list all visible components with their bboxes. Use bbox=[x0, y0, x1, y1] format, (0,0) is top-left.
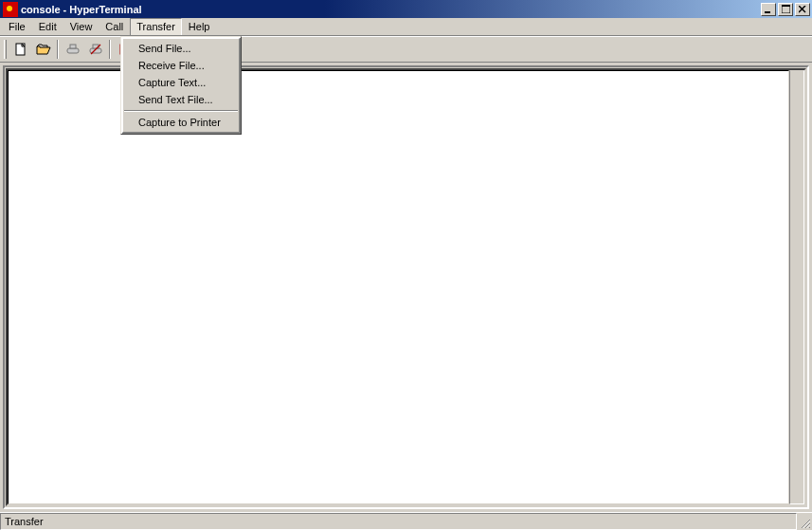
disconnect-icon bbox=[88, 42, 103, 57]
svg-rect-6 bbox=[67, 48, 79, 53]
app-window: console - HyperTerminal File Edit View C… bbox=[0, 0, 812, 530]
title-bar: console - HyperTerminal bbox=[0, 0, 812, 18]
grip-icon bbox=[800, 518, 811, 529]
status-text: Transfer bbox=[0, 513, 797, 530]
new-icon bbox=[13, 42, 28, 57]
vertical-scrollbar[interactable] bbox=[789, 70, 804, 504]
toolbar-new-button[interactable] bbox=[9, 39, 31, 60]
window-title: console - HyperTerminal bbox=[21, 4, 759, 15]
terminal[interactable] bbox=[8, 70, 789, 504]
window-controls bbox=[759, 3, 810, 16]
menu-transfer[interactable]: Transfer bbox=[130, 18, 182, 35]
menu-help[interactable]: Help bbox=[182, 18, 217, 35]
toolbar-disconnect-button[interactable] bbox=[84, 39, 106, 60]
svg-rect-0 bbox=[765, 11, 770, 13]
svg-rect-2 bbox=[782, 5, 790, 7]
toolbar-open-button[interactable] bbox=[32, 39, 54, 60]
menu-bar: File Edit View Call Transfer Help bbox=[0, 18, 812, 36]
menu-view[interactable]: View bbox=[63, 18, 99, 35]
toolbar-connect-button[interactable] bbox=[62, 39, 83, 60]
open-icon bbox=[36, 42, 51, 57]
menu-file[interactable]: File bbox=[2, 18, 32, 35]
connect-icon bbox=[65, 42, 81, 57]
transfer-menu-dropdown: Send File... Receive File... Capture Tex… bbox=[120, 36, 242, 135]
maximize-icon bbox=[782, 5, 790, 13]
svg-line-17 bbox=[802, 520, 810, 528]
menu-call[interactable]: Call bbox=[99, 18, 130, 35]
close-icon bbox=[799, 6, 806, 13]
menu-send-text-file[interactable]: Send Text File... bbox=[123, 91, 239, 108]
status-bar: Transfer bbox=[0, 512, 812, 530]
maximize-button[interactable] bbox=[778, 3, 793, 16]
toolbar-grip bbox=[4, 40, 7, 59]
menu-receive-file[interactable]: Receive File... bbox=[123, 57, 239, 74]
toolbar-separator bbox=[57, 40, 59, 59]
menu-capture-text[interactable]: Capture Text... bbox=[123, 74, 239, 91]
minimize-icon bbox=[765, 6, 772, 13]
menu-edit[interactable]: Edit bbox=[32, 18, 63, 35]
resize-grip[interactable] bbox=[797, 513, 812, 530]
menu-send-file[interactable]: Send File... bbox=[123, 40, 239, 57]
toolbar-separator bbox=[109, 40, 111, 59]
minimize-button[interactable] bbox=[761, 3, 776, 16]
menu-capture-to-printer[interactable]: Capture to Printer bbox=[123, 114, 239, 131]
svg-line-21 bbox=[809, 527, 810, 528]
svg-rect-7 bbox=[70, 45, 76, 48]
menu-separator bbox=[124, 110, 238, 112]
app-icon bbox=[3, 2, 18, 17]
close-button[interactable] bbox=[795, 3, 810, 16]
